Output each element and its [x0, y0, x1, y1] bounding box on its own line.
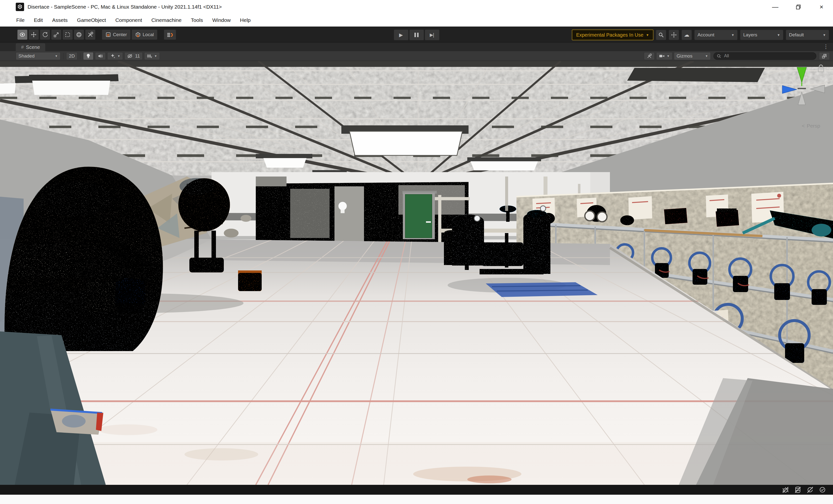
orientation-toggle-button[interactable]: Local: [132, 29, 158, 40]
playmode-controls: ▶ ▶|: [394, 29, 439, 40]
tab-scene[interactable]: # Scene: [16, 43, 45, 51]
step-button[interactable]: ▶|: [425, 29, 439, 40]
database-slash-icon: [794, 486, 802, 493]
menu-file[interactable]: File: [16, 16, 25, 24]
divider: [80, 53, 80, 59]
transform-tool-button[interactable]: [74, 29, 84, 40]
chevron-down-icon: ▼: [777, 33, 780, 37]
move-tool-button[interactable]: [28, 29, 39, 40]
menu-assets[interactable]: Assets: [52, 16, 68, 24]
chevron-down-icon: ▼: [823, 33, 826, 37]
restore-icon: [795, 4, 801, 10]
pivot-toggle-button[interactable]: Center: [102, 29, 130, 40]
custom-tool-icon: [87, 31, 93, 38]
check-circle-icon: [819, 486, 826, 493]
scene-render: [0, 61, 833, 485]
draw-mode-dropdown[interactable]: Shaded ▼: [16, 52, 61, 60]
axis-down-cone: [798, 92, 806, 105]
window-bottom-strip: [0, 495, 833, 504]
bug-slash-icon: [782, 486, 789, 493]
experimental-packages-badge[interactable]: Experimental Packages In Use ▼: [572, 29, 653, 40]
status-icons: [781, 486, 827, 494]
scene-camera-dropdown[interactable]: ▼: [656, 52, 672, 60]
auto-refresh-disabled-button[interactable]: [806, 486, 814, 494]
projection-label[interactable]: < Persp: [802, 123, 820, 129]
camera-icon: [659, 54, 665, 58]
2d-toggle-button[interactable]: 2D: [66, 52, 77, 60]
transform-tool-icon: [76, 31, 82, 38]
move-tool-icon: [30, 31, 37, 38]
scale-tool-icon: [53, 31, 60, 38]
axis-x-cone: [810, 85, 825, 93]
pause-button[interactable]: [409, 29, 424, 40]
pause-icon: [414, 33, 419, 37]
scene-effects-dropdown[interactable]: ▼: [107, 52, 123, 60]
menu-tools[interactable]: Tools: [190, 16, 204, 24]
scene-viewport[interactable]: < Persp: [0, 61, 833, 485]
no-issues-indicator[interactable]: [818, 486, 827, 494]
2d-label: 2D: [69, 53, 75, 59]
scene-audio-toggle[interactable]: [95, 52, 106, 60]
scene-visibility-toggle[interactable]: 11: [124, 52, 143, 60]
rect-tool-button[interactable]: [63, 29, 73, 40]
scene-search-input[interactable]: [723, 53, 798, 59]
debugger-disabled-button[interactable]: [781, 486, 790, 494]
close-button[interactable]: ×: [810, 0, 833, 14]
pivot-label: Center: [113, 32, 127, 38]
grid-snap-icon: [167, 31, 173, 38]
gizmos-dropdown[interactable]: Gizmos ▼: [674, 52, 711, 60]
view-tool-icon: [19, 31, 26, 38]
chevron-down-icon: ▼: [55, 54, 58, 58]
transform-tools: [17, 29, 95, 40]
window-title: Disertace - SampleScene - PC, Mac & Linu…: [27, 4, 222, 10]
scale-tool-button[interactable]: [51, 29, 62, 40]
pivot-orientation-group: Center Local: [102, 29, 158, 40]
chevron-down-icon: ▼: [731, 33, 734, 37]
minimize-button[interactable]: —: [764, 0, 787, 14]
search-caret-icon: [717, 54, 721, 58]
pivot-icon: [105, 32, 111, 38]
search-button[interactable]: [656, 30, 666, 40]
menu-gameobject[interactable]: GameObject: [76, 16, 106, 24]
grid-axis-icon: [147, 54, 152, 58]
tab-options-menu-icon[interactable]: ⋮: [823, 42, 829, 51]
chevron-down-icon: ▼: [117, 54, 120, 58]
layers-label: Layers: [743, 32, 757, 38]
maximize-icon: [822, 53, 827, 59]
play-button[interactable]: ▶: [394, 29, 408, 40]
scene-search-field[interactable]: [713, 52, 816, 60]
divider: [63, 53, 64, 59]
layout-label: Default: [789, 32, 804, 38]
rotate-tool-button[interactable]: [40, 29, 50, 40]
activity-icon: [671, 32, 677, 38]
gizmos-label: Gizmos: [676, 53, 692, 59]
grid-visibility-dropdown[interactable]: ▼: [144, 52, 160, 60]
scene-view-tools-button[interactable]: [644, 52, 655, 60]
layers-dropdown[interactable]: Layers ▼: [740, 30, 783, 40]
progress-activity-button[interactable]: [669, 30, 679, 40]
lock-icon: [819, 65, 823, 68]
audio-icon: [98, 54, 103, 58]
menu-component[interactable]: Component: [115, 16, 143, 24]
maximize-view-button[interactable]: [819, 52, 830, 60]
menu-cinemachine[interactable]: Cinemachine: [151, 16, 182, 24]
custom-tool-button[interactable]: [85, 29, 95, 40]
layout-dropdown[interactable]: Default ▼: [786, 30, 829, 40]
chevron-down-icon: ▼: [705, 54, 708, 58]
light-bulb-icon: [86, 53, 91, 59]
rotate-tool-icon: [42, 31, 48, 38]
orientation-gizmo[interactable]: [778, 64, 830, 125]
cloud-services-button[interactable]: ☁: [682, 30, 692, 40]
cloud-icon: ☁: [684, 32, 689, 38]
restore-button[interactable]: [787, 0, 810, 14]
scene-lighting-toggle[interactable]: [83, 52, 93, 60]
view-tool-button[interactable]: [17, 29, 27, 40]
orientation-label: Local: [143, 32, 154, 38]
chevron-down-icon: ▼: [667, 54, 670, 58]
cache-server-disabled-button[interactable]: [794, 486, 802, 494]
grid-snap-button[interactable]: [164, 29, 176, 40]
menu-edit[interactable]: Edit: [33, 16, 43, 24]
account-dropdown[interactable]: Account ▼: [694, 30, 738, 40]
menu-window[interactable]: Window: [212, 16, 231, 24]
menu-help[interactable]: Help: [240, 16, 251, 24]
